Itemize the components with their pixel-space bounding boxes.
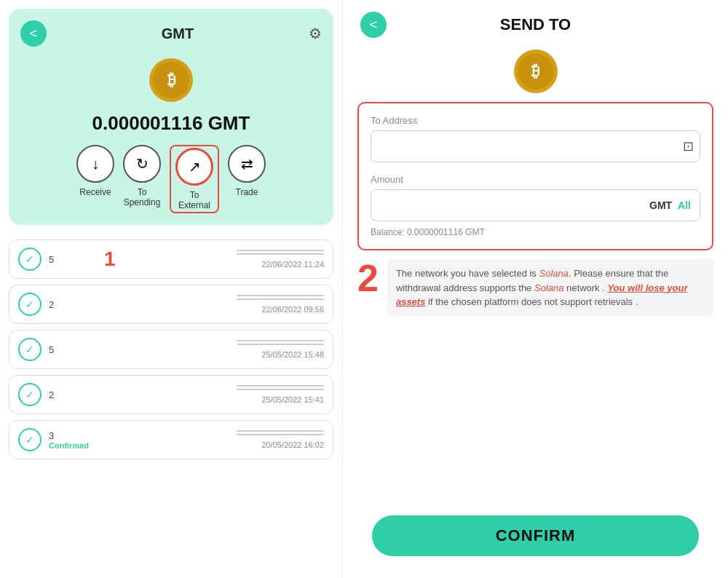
confirmed-label: Confirmed (49, 441, 237, 450)
tx-info: 5 (49, 344, 237, 355)
check-icon: ✓ (18, 383, 41, 406)
table-row[interactable]: ✓ 3 Confirmed 20/05/2022 16:02 (9, 420, 333, 459)
check-icon: ✓ (18, 338, 41, 361)
tx-date: 22/06/2022 11:24 (261, 260, 324, 269)
transaction-list: ✓ 5 1 22/06/2022 11:24 ✓ 2 22/06/2022 09… (0, 234, 342, 578)
receive-label: Receive (79, 187, 111, 197)
wallet-header: < GMT ⚙ ₿ 0.000001116 GMT ↓ Receive ↻ To… (9, 9, 333, 225)
tx-line (237, 430, 324, 432)
tx-date: 25/05/2022 15:41 (261, 395, 324, 404)
to-spending-icon: ↻ (123, 145, 161, 183)
tx-short: 3 (49, 430, 237, 441)
address-label: To Address (371, 115, 700, 126)
send-title: SEND TO (398, 15, 711, 34)
check-icon: ✓ (18, 248, 41, 271)
tx-info: 3 Confirmed (49, 430, 237, 450)
tx-lines: 25/05/2022 15:48 (237, 340, 324, 359)
tx-short: 2 (49, 389, 237, 400)
left-panel: < GMT ⚙ ₿ 0.000001116 GMT ↓ Receive ↻ To… (0, 0, 342, 578)
tx-line (237, 389, 324, 390)
table-row[interactable]: ✓ 2 25/05/2022 15:41 (9, 375, 333, 414)
table-row[interactable]: ✓ 2 22/06/2022 09:56 (9, 285, 333, 324)
tx-line (237, 253, 324, 255)
tx-line (237, 385, 324, 387)
gear-button[interactable]: ⚙ (309, 25, 322, 42)
to-external-icon: ↗ (175, 148, 213, 186)
address-input[interactable] (377, 140, 683, 152)
send-coin-inner: ₿ (518, 53, 554, 90)
tx-number: 1 (104, 248, 116, 271)
tx-lines: 22/06/2022 09:56 (237, 295, 324, 314)
tx-lines: 25/05/2022 15:41 (237, 385, 324, 404)
warning-box: 2 The network you have selected is Solan… (357, 259, 713, 317)
to-external-button[interactable]: ↗ ToExternal (170, 145, 219, 213)
check-icon: ✓ (18, 428, 41, 451)
gmt-label: GMT (649, 199, 672, 211)
amount-input[interactable] (380, 199, 649, 211)
send-form: To Address ⊡ Amount GMT All Balance: 0.0… (357, 102, 713, 250)
amount-label: Amount (371, 174, 700, 185)
table-row[interactable]: ✓ 5 1 22/06/2022 11:24 (9, 239, 333, 279)
to-spending-label: ToSpending (124, 187, 161, 207)
scan-icon[interactable]: ⊡ (683, 138, 694, 154)
tx-info: 5 (49, 254, 237, 265)
tx-info: 2 (49, 299, 237, 310)
confirm-button[interactable]: CONFIRM (372, 515, 699, 556)
check-icon: ✓ (18, 293, 41, 316)
to-spending-button[interactable]: ↻ ToSpending (123, 145, 161, 213)
action-buttons: ↓ Receive ↻ ToSpending ↗ ToExternal ⇄ Tr… (76, 145, 266, 213)
tx-info: 2 (49, 389, 237, 400)
right-panel: < SEND TO ₿ To Address ⊡ Amount GMT All … (342, 0, 728, 578)
coin-inner: ₿ (153, 62, 189, 98)
tx-date: 22/06/2022 09:56 (261, 305, 324, 314)
send-back-button[interactable]: < (360, 12, 387, 38)
tx-line (237, 344, 324, 345)
tx-line (237, 295, 324, 296)
to-external-label: ToExternal (178, 190, 210, 210)
tx-short: 5 (49, 344, 237, 355)
wallet-header-row: < GMT ⚙ (20, 20, 322, 47)
table-row[interactable]: ✓ 5 25/05/2022 15:48 (9, 330, 333, 369)
tx-line (237, 250, 324, 251)
tx-line (237, 340, 324, 341)
balance-text: Balance: 0.0000001116 GMT (371, 227, 700, 237)
wallet-balance: 0.000001116 GMT (92, 112, 250, 135)
warning-text-part4: if the chosen platform does not support … (425, 296, 638, 307)
tx-line (237, 434, 324, 435)
back-button[interactable]: < (20, 20, 47, 47)
confirm-button-wrap: CONFIRM (343, 501, 728, 578)
send-coin-icon: ₿ (514, 50, 558, 93)
solana-label-1: Solana (539, 268, 568, 279)
all-button[interactable]: All (678, 199, 691, 211)
warning-text-part1: The network you have selected is (396, 268, 539, 279)
warning-text-part3: network . (563, 282, 607, 293)
receive-icon: ↓ (76, 145, 114, 183)
address-input-wrap: ⊡ (371, 130, 700, 162)
tx-lines: 22/06/2022 11:24 (237, 250, 324, 269)
tx-date: 20/05/2022 16:02 (261, 440, 324, 449)
tx-line (237, 298, 324, 300)
warning-number: 2 (357, 259, 379, 297)
trade-icon: ⇄ (228, 145, 266, 183)
tx-lines: 20/05/2022 16:02 (237, 430, 324, 449)
wallet-title: GMT (162, 25, 194, 42)
tx-date: 25/05/2022 15:48 (261, 350, 324, 359)
warning-text: The network you have selected is Solana.… (387, 259, 713, 317)
tx-short: 5 (49, 254, 237, 265)
solana-label-2: Solana (534, 282, 563, 293)
send-header: < SEND TO (343, 0, 728, 50)
tx-short: 2 (49, 299, 237, 310)
receive-button[interactable]: ↓ Receive (76, 145, 114, 213)
coin-icon: ₿ (149, 58, 193, 102)
trade-button[interactable]: ⇄ Trade (228, 145, 266, 213)
amount-input-wrap: GMT All (371, 189, 700, 221)
trade-label: Trade (236, 187, 258, 197)
